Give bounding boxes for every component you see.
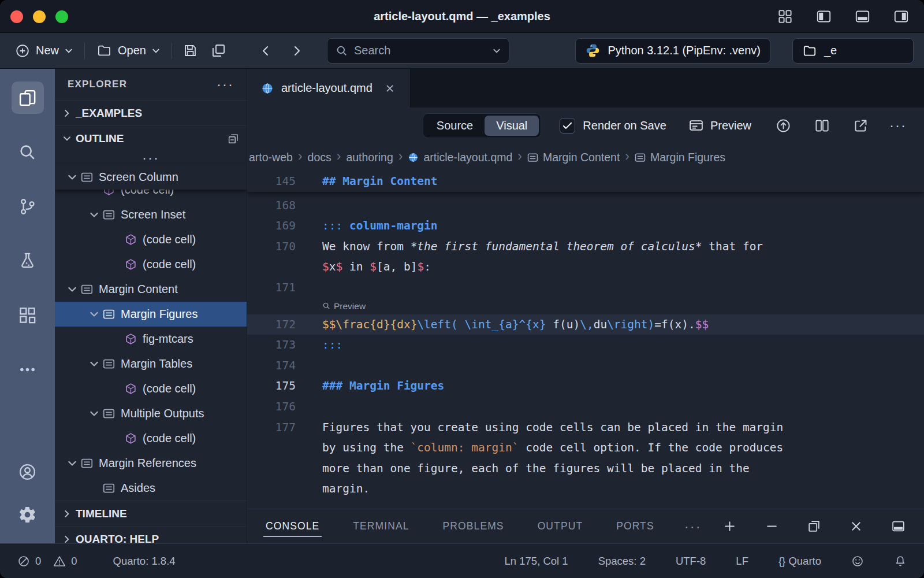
panel-tab-console[interactable]: CONSOLE bbox=[262, 509, 323, 543]
toggle-left-sidebar-icon[interactable] bbox=[813, 5, 835, 28]
code-line[interactable]: $x$ in $[a, b]$: bbox=[247, 257, 924, 277]
problems-indicator[interactable]: 0 0 bbox=[14, 554, 81, 568]
open-external-icon[interactable] bbox=[851, 116, 871, 136]
publish-icon[interactable] bbox=[773, 116, 793, 136]
section-quarto-help[interactable]: QUARTO: HELP bbox=[55, 526, 247, 543]
interpreter-selector[interactable]: Python 3.12.1 (PipEnv: .venv) bbox=[575, 38, 770, 64]
language-mode[interactable]: {} Quarto bbox=[775, 554, 825, 568]
toggle-panel-icon[interactable] bbox=[851, 5, 874, 28]
code-line[interactable]: 176 bbox=[247, 397, 924, 417]
split-editor-icon[interactable] bbox=[812, 116, 832, 136]
feedback-smiley-icon[interactable] bbox=[848, 554, 867, 568]
code-line[interactable]: 173::: bbox=[247, 335, 924, 355]
panel-tab-terminal[interactable]: TERMINAL bbox=[349, 509, 412, 543]
outline-item-screen-inset[interactable]: Screen Inset bbox=[55, 202, 247, 227]
close-panel-icon[interactable] bbox=[845, 516, 867, 537]
editor-more-actions-icon[interactable]: ··· bbox=[889, 118, 907, 132]
source-mode-button[interactable]: Source bbox=[425, 116, 485, 136]
indentation-setting[interactable]: Spaces: 2 bbox=[595, 554, 649, 568]
new-file-button[interactable]: New bbox=[10, 40, 77, 62]
outline-item-multiple-outputs[interactable]: Multiple Outputs bbox=[55, 401, 247, 426]
code-line[interactable]: 174 bbox=[247, 355, 924, 376]
panel-tab-problems[interactable]: PROBLEMS bbox=[439, 509, 508, 543]
test-flask-icon[interactable] bbox=[12, 244, 44, 277]
open-file-button[interactable]: Open bbox=[92, 39, 165, 62]
outline-item-margin-references[interactable]: Margin References bbox=[55, 451, 247, 476]
preview-button[interactable]: Preview bbox=[685, 117, 755, 134]
close-window-button[interactable] bbox=[10, 10, 23, 23]
panel-tab-output[interactable]: OUTPUT bbox=[534, 509, 587, 543]
close-tab-icon[interactable] bbox=[383, 82, 396, 95]
outline-more-actions-icon[interactable]: ··· bbox=[55, 151, 247, 165]
workspace-selector[interactable]: _e bbox=[792, 38, 914, 64]
code-line[interactable]: 171 bbox=[247, 277, 924, 298]
explorer-more-actions-icon[interactable]: ··· bbox=[217, 77, 234, 91]
code-line[interactable]: 168 bbox=[247, 195, 924, 216]
code-line[interactable]: 175### Margin Figures bbox=[247, 376, 924, 397]
collapse-all-icon[interactable] bbox=[227, 132, 240, 145]
extensions-icon[interactable] bbox=[12, 299, 44, 331]
quarto-version[interactable]: Quarto: 1.8.4 bbox=[110, 554, 179, 568]
code-line[interactable]: more than one figure, each of the figure… bbox=[247, 458, 924, 479]
sticky-scroll-line[interactable]: 145## Margin Content bbox=[247, 171, 924, 192]
search-icon[interactable] bbox=[12, 136, 44, 168]
section-outline[interactable]: OUTLINE bbox=[55, 125, 247, 151]
render-on-save-checkbox[interactable]: Render on Save bbox=[560, 118, 666, 134]
restore-panel-icon[interactable] bbox=[803, 516, 825, 537]
outline-item-margin-tables[interactable]: Margin Tables bbox=[55, 351, 247, 376]
toggle-right-sidebar-icon[interactable] bbox=[890, 5, 912, 28]
explorer-icon[interactable] bbox=[12, 81, 44, 114]
code-editor[interactable]: 145## Margin Content168169::: column-mar… bbox=[247, 171, 924, 509]
minimize-window-button[interactable] bbox=[33, 10, 46, 23]
outline-item-screen-column[interactable]: Screen Column bbox=[55, 165, 247, 190]
new-console-icon[interactable] bbox=[719, 516, 740, 537]
breadcrumb-margin-content[interactable]: Margin Content bbox=[527, 151, 620, 164]
code-line[interactable]: margin. bbox=[247, 479, 924, 499]
settings-gear-icon[interactable] bbox=[12, 498, 44, 531]
notifications-bell-icon[interactable] bbox=[891, 554, 910, 568]
cursor-position[interactable]: Ln 175, Col 1 bbox=[501, 554, 572, 568]
eol-setting[interactable]: LF bbox=[732, 554, 752, 568]
minimize-panel-icon[interactable] bbox=[761, 516, 783, 537]
code-line[interactable]: 169::: column-margin bbox=[247, 216, 924, 236]
outline-item-margin-figures[interactable]: Margin Figures bbox=[55, 302, 247, 327]
breadcrumb-docs[interactable]: docs bbox=[308, 151, 331, 164]
global-search-input[interactable]: Search bbox=[327, 38, 509, 64]
chevron-down-icon bbox=[88, 358, 100, 370]
tab-article-layout-qmd[interactable]: article-layout.qmd bbox=[247, 69, 411, 108]
source-control-icon[interactable] bbox=[12, 190, 44, 223]
navigate-back-button[interactable] bbox=[255, 40, 276, 61]
code-line[interactable]: by using the `column: margin` code cell … bbox=[247, 438, 924, 458]
account-icon[interactable] bbox=[12, 455, 44, 488]
encoding-setting[interactable]: UTF-8 bbox=[672, 554, 709, 568]
code-line[interactable]: 177Figures that you create using code ce… bbox=[247, 417, 924, 438]
outline-item-code-cell[interactable]: (code cell) bbox=[55, 252, 247, 277]
visual-mode-button[interactable]: Visual bbox=[485, 116, 539, 136]
save-icon[interactable] bbox=[179, 39, 202, 62]
code-line[interactable]: 170We know from *the first fundamental t… bbox=[247, 236, 924, 257]
breadcrumb-authoring[interactable]: authoring bbox=[346, 151, 393, 164]
equation-preview-link[interactable]: Preview bbox=[247, 298, 924, 314]
save-all-icon[interactable] bbox=[207, 39, 230, 62]
navigate-forward-button[interactable] bbox=[286, 40, 307, 61]
outline-item-asides[interactable]: Asides bbox=[55, 476, 247, 501]
breadcrumb-article-layout-qmd[interactable]: article-layout.qmd bbox=[408, 151, 512, 164]
customize-layout-icon[interactable] bbox=[774, 5, 796, 28]
outline-item-code-cell[interactable]: (code cell) bbox=[55, 376, 247, 401]
zoom-window-button[interactable] bbox=[55, 10, 68, 23]
outline-item-code-cell[interactable]: (code cell) bbox=[55, 227, 247, 252]
panel-more-tabs-icon[interactable]: ··· bbox=[684, 520, 702, 533]
panel-tab-ports[interactable]: PORTS bbox=[613, 509, 657, 543]
more-actions-icon[interactable] bbox=[12, 353, 44, 386]
breadcrumb-arto-web[interactable]: arto-web bbox=[249, 151, 293, 164]
outline-item-code-cell[interactable]: (code cell) bbox=[55, 190, 247, 202]
code-line[interactable]: 172$$\frac{d}{dx}\left( \int_{a}^{x} f(u… bbox=[247, 314, 924, 335]
section-timeline[interactable]: TIMELINE bbox=[55, 501, 247, 526]
panel-layout-icon[interactable] bbox=[888, 516, 909, 537]
section-examples[interactable]: _EXAMPLES bbox=[55, 100, 247, 125]
outline-item-fig-mtcars[interactable]: fig-mtcars bbox=[55, 327, 247, 351]
chevron-down-icon bbox=[62, 134, 72, 144]
outline-item-margin-content[interactable]: Margin Content bbox=[55, 277, 247, 302]
breadcrumb-margin-figures[interactable]: Margin Figures bbox=[635, 151, 725, 164]
outline-item-code-cell[interactable]: (code cell) bbox=[55, 426, 247, 451]
